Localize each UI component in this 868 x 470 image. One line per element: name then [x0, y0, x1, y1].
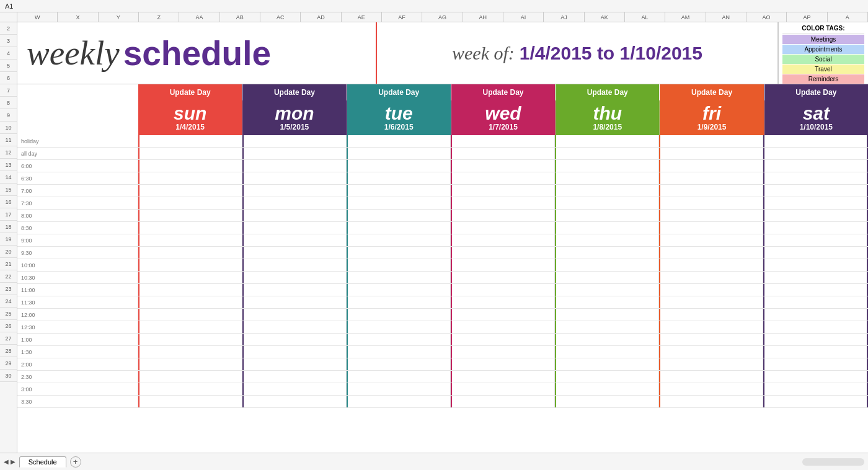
- time-cell-sun-holiday[interactable]: [138, 135, 242, 147]
- time-cell-mon-1100[interactable]: [242, 284, 347, 296]
- time-cell-thu-200[interactable]: [555, 358, 659, 370]
- time-cell-mon-1000[interactable]: [242, 259, 347, 271]
- time-cell-sun-730[interactable]: [138, 197, 242, 209]
- update-day-thu[interactable]: Update Day: [556, 84, 660, 100]
- time-cell-fri-holiday[interactable]: [659, 135, 763, 147]
- time-cell-wed-830[interactable]: [451, 222, 555, 234]
- time-cell-thu-930[interactable]: [555, 247, 659, 259]
- time-cell-sat-630[interactable]: [763, 172, 868, 184]
- time-cell-wed-700[interactable]: [451, 185, 555, 197]
- time-cell-mon-800[interactable]: [242, 210, 347, 221]
- time-cell-wed-330[interactable]: [451, 396, 555, 407]
- update-day-wed[interactable]: Update Day: [451, 84, 556, 100]
- time-cell-sat-330[interactable]: [763, 396, 868, 407]
- time-cell-wed-1100[interactable]: [451, 284, 555, 296]
- time-cell-wed-600[interactable]: [451, 160, 555, 172]
- time-cell-sat-730[interactable]: [763, 197, 868, 209]
- time-cell-wed-100[interactable]: [451, 334, 555, 345]
- time-cell-wed-1130[interactable]: [451, 296, 555, 308]
- scroll-bar-indicator[interactable]: [802, 458, 864, 466]
- time-cell-sat-230[interactable]: [763, 371, 868, 383]
- time-cell-wed-1030[interactable]: [451, 272, 555, 283]
- time-cell-fri-1030[interactable]: [659, 272, 763, 283]
- time-cell-tue-allday[interactable]: [347, 148, 451, 159]
- time-cell-sun-200[interactable]: [138, 358, 242, 370]
- time-cell-thu-holiday[interactable]: [555, 135, 659, 147]
- time-cell-tue-130[interactable]: [347, 346, 451, 358]
- time-cell-sun-300[interactable]: [138, 383, 242, 395]
- time-cell-sat-930[interactable]: [763, 247, 868, 259]
- time-cell-tue-930[interactable]: [347, 247, 451, 259]
- time-cell-fri-900[interactable]: [659, 234, 763, 246]
- time-cell-fri-allday[interactable]: [659, 148, 763, 159]
- time-cell-tue-600[interactable]: [347, 160, 451, 172]
- time-cell-mon-830[interactable]: [242, 222, 347, 234]
- time-cell-wed-800[interactable]: [451, 210, 555, 221]
- time-cell-tue-830[interactable]: [347, 222, 451, 234]
- time-cell-tue-1200[interactable]: [347, 309, 451, 321]
- time-cell-mon-130[interactable]: [242, 346, 347, 358]
- time-cell-sat-200[interactable]: [763, 358, 868, 370]
- time-cell-wed-630[interactable]: [451, 172, 555, 184]
- time-cell-fri-1200[interactable]: [659, 309, 763, 321]
- time-cell-tue-1130[interactable]: [347, 296, 451, 308]
- time-cell-sat-130[interactable]: [763, 346, 868, 358]
- time-cell-sat-allday[interactable]: [763, 148, 868, 159]
- time-cell-fri-1130[interactable]: [659, 296, 763, 308]
- time-cell-mon-1130[interactable]: [242, 296, 347, 308]
- update-day-tue[interactable]: Update Day: [347, 84, 451, 100]
- time-cell-tue-630[interactable]: [347, 172, 451, 184]
- time-cell-sun-1000[interactable]: [138, 259, 242, 271]
- time-cell-thu-900[interactable]: [555, 234, 659, 246]
- time-cell-thu-630[interactable]: [555, 172, 659, 184]
- time-cell-mon-1230[interactable]: [242, 321, 347, 333]
- time-cell-sat-1230[interactable]: [763, 321, 868, 333]
- time-cell-mon-300[interactable]: [242, 383, 347, 395]
- time-cell-mon-930[interactable]: [242, 247, 347, 259]
- time-cell-thu-1000[interactable]: [555, 259, 659, 271]
- time-cell-sat-1100[interactable]: [763, 284, 868, 296]
- time-cell-thu-1030[interactable]: [555, 272, 659, 283]
- update-day-fri[interactable]: Update Day: [660, 84, 764, 100]
- time-cell-fri-700[interactable]: [659, 185, 763, 197]
- time-cell-fri-830[interactable]: [659, 222, 763, 234]
- time-cell-sat-100[interactable]: [763, 334, 868, 345]
- time-cell-wed-130[interactable]: [451, 346, 555, 358]
- time-cell-thu-1230[interactable]: [555, 321, 659, 333]
- time-cell-fri-600[interactable]: [659, 160, 763, 172]
- time-cell-sun-100[interactable]: [138, 334, 242, 345]
- time-cell-thu-130[interactable]: [555, 346, 659, 358]
- time-cell-sat-1130[interactable]: [763, 296, 868, 308]
- update-day-mon[interactable]: Update Day: [242, 84, 347, 100]
- time-cell-mon-900[interactable]: [242, 234, 347, 246]
- time-cell-fri-800[interactable]: [659, 210, 763, 221]
- time-cell-mon-600[interactable]: [242, 160, 347, 172]
- schedule-sheet-tab[interactable]: Schedule: [19, 456, 66, 468]
- time-cell-mon-allday[interactable]: [242, 148, 347, 159]
- time-cell-sun-600[interactable]: [138, 160, 242, 172]
- time-cell-wed-1200[interactable]: [451, 309, 555, 321]
- time-cell-sun-230[interactable]: [138, 371, 242, 383]
- time-cell-sat-1200[interactable]: [763, 309, 868, 321]
- time-cell-thu-1200[interactable]: [555, 309, 659, 321]
- time-cell-tue-900[interactable]: [347, 234, 451, 246]
- time-cell-wed-1000[interactable]: [451, 259, 555, 271]
- time-cell-sat-1030[interactable]: [763, 272, 868, 283]
- time-cell-sun-130[interactable]: [138, 346, 242, 358]
- time-cell-sun-900[interactable]: [138, 234, 242, 246]
- time-cell-fri-200[interactable]: [659, 358, 763, 370]
- add-sheet-button[interactable]: +: [70, 456, 81, 468]
- time-cell-sat-900[interactable]: [763, 234, 868, 246]
- time-cell-thu-230[interactable]: [555, 371, 659, 383]
- time-cell-fri-1000[interactable]: [659, 259, 763, 271]
- time-cell-wed-holiday[interactable]: [451, 135, 555, 147]
- time-cell-sun-330[interactable]: [138, 396, 242, 407]
- time-cell-sat-800[interactable]: [763, 210, 868, 221]
- time-cell-sun-1230[interactable]: [138, 321, 242, 333]
- time-cell-thu-300[interactable]: [555, 383, 659, 395]
- time-cell-fri-1100[interactable]: [659, 284, 763, 296]
- time-cell-sun-1030[interactable]: [138, 272, 242, 283]
- time-cell-fri-100[interactable]: [659, 334, 763, 345]
- time-cell-fri-1230[interactable]: [659, 321, 763, 333]
- time-cell-fri-330[interactable]: [659, 396, 763, 407]
